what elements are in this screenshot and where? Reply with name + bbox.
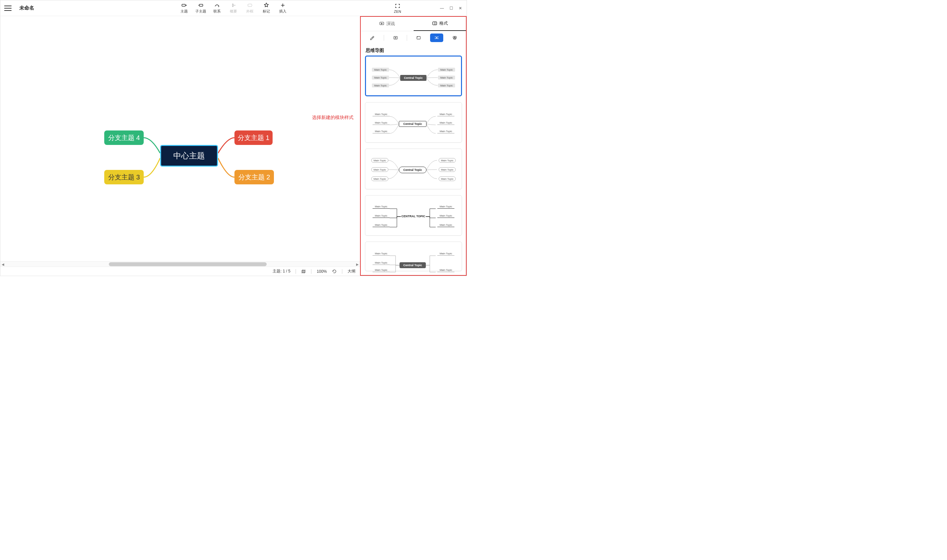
style-card-4[interactable]: CENTRAL TOPIC Main Topic Main Topic Main… [365,195,462,235]
annotation-text: 选择新建的模块样式 [312,115,354,121]
top-toolbar: 未命名 主题 子主题 联系 概要 外框 [0,0,467,16]
canvas-wrap: 中心主题 分支主题 4 分支主题 3 分支主题 1 分支主题 2 选择新建的模块… [0,16,360,276]
scroll-thumb[interactable] [109,262,267,266]
app-window: 未命名 主题 子主题 联系 概要 外框 [0,0,467,276]
svg-rect-2 [248,4,252,6]
toolbar-center: 主题 子主题 联系 概要 外框 标记 [176,2,291,14]
zoom-level[interactable]: 100% [317,269,327,274]
canvas[interactable]: 中心主题 分支主题 4 分支主题 3 分支主题 1 分支主题 2 选择新建的模块… [0,16,360,261]
refresh-icon[interactable] [332,269,337,274]
body: 中心主题 分支主题 4 分支主题 3 分支主题 1 分支主题 2 选择新建的模块… [0,16,467,276]
branch-topic-2[interactable]: 分支主题 2 [234,170,274,185]
format-panel: 演说 格式 思维导图 Central Topi [360,16,467,276]
document-title: 未命名 [19,5,34,11]
branch-topic-4[interactable]: 分支主题 4 [104,131,144,145]
panel-tabs: 演说 格式 [360,16,467,31]
toolbar-right: ZEN [391,3,436,14]
tab-format[interactable]: 格式 [414,16,467,31]
style-card-3[interactable]: Central Topic Main Topic Main Topic Main… [365,149,462,189]
window-close-icon[interactable]: ✕ [458,6,463,11]
subtab-structure[interactable] [430,34,443,42]
subtab-card[interactable] [412,34,425,42]
panel-heading: 思维导图 [360,45,467,55]
branch-topic-3[interactable]: 分支主题 3 [104,170,144,185]
panel-subtabs [360,31,467,45]
subtab-play[interactable] [389,34,402,42]
style-card-5[interactable]: Central Topic Main Topic Main Topic Main… [365,242,462,271]
window-minimize-icon[interactable]: ― [440,6,444,11]
window-maximize-icon[interactable]: ☐ [449,6,453,11]
svg-rect-1 [199,4,203,6]
tool-relation[interactable]: 联系 [209,2,225,14]
style-card-1[interactable]: Central Topic Main Topic Main Topic Main… [365,55,462,96]
tool-boundary: 外框 [242,2,258,14]
window-controls: ― ☐ ✕ [440,6,463,11]
subtab-color[interactable] [448,34,461,42]
svg-rect-0 [182,4,185,6]
center-topic[interactable]: 中心主题 [160,145,218,167]
horizontal-scrollbar[interactable]: ◀ ▶ [0,261,360,266]
scroll-left-icon[interactable]: ◀ [0,262,6,267]
style-card-2[interactable]: Central Topic Main Topic Main Topic Main… [365,102,462,143]
status-bar: 主题: 1 / 5 100% 大纲 [0,266,360,276]
tool-marker[interactable]: 标记 [259,2,274,14]
menu-icon[interactable] [4,6,11,11]
branch-topic-1[interactable]: 分支主题 1 [234,131,273,145]
subtab-style[interactable] [366,34,379,42]
tool-zen[interactable]: ZEN [391,3,404,14]
styles-list[interactable]: Central Topic Main Topic Main Topic Main… [360,55,467,276]
outline-button[interactable]: 大纲 [348,269,356,274]
tool-topic[interactable]: 主题 [176,2,192,14]
tab-present[interactable]: 演说 [360,16,414,31]
tool-subtopic[interactable]: 子主题 [193,2,208,14]
tool-summary: 概要 [226,2,241,14]
topic-count: 主题: 1 / 5 [273,269,290,274]
scroll-right-icon[interactable]: ▶ [355,262,360,267]
map-icon[interactable] [301,269,306,274]
tool-insert[interactable]: 插入 [275,2,291,14]
mindmap-svg [0,16,360,261]
